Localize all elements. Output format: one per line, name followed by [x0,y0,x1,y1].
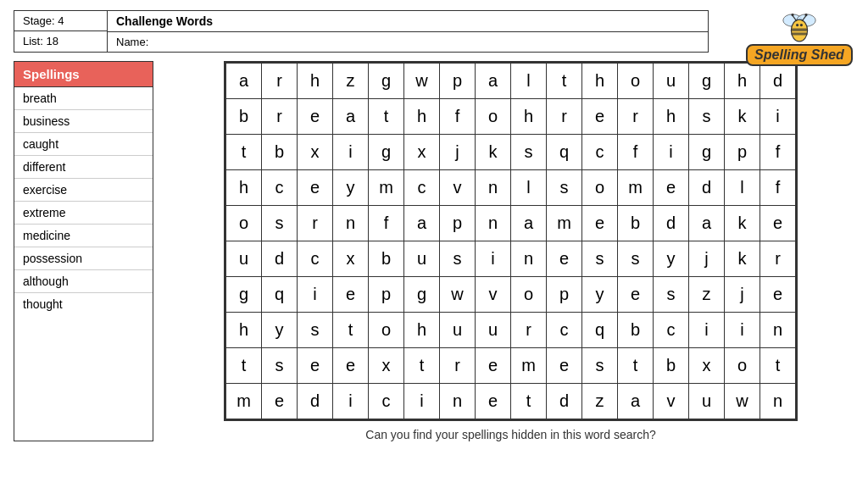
grid-cell: d [760,64,796,99]
grid-cell: v [440,170,476,206]
grid-cell: r [440,348,476,384]
grid-cell: m [511,348,547,384]
grid-cell: c [582,135,618,170]
grid-cell: p [725,135,760,170]
grid-cell: i [689,313,725,348]
grid-cell: t [369,99,404,135]
header-box: Stage: 4 List: 18 Challenge Words Name: [14,10,709,53]
grid-cell: i [298,277,333,313]
grid-cell: p [547,277,582,313]
grid-cell: q [262,277,298,313]
grid-cell: a [226,64,262,99]
spellings-panel: Spellings breath business caught differe… [14,61,153,441]
grid-cell: s [654,277,689,313]
grid-cell: l [511,64,547,99]
grid-cell: r [262,99,298,135]
grid-cell: c [262,170,298,206]
grid-cell: x [369,348,404,384]
grid-cell: s [689,99,725,135]
grid-row: arhzgwpalthoughd [226,64,796,99]
grid-cell: s [582,348,618,384]
grid-cell: i [654,135,689,170]
grid-cell: s [298,313,333,348]
grid-cell: i [760,99,796,135]
spelling-item: thought [14,293,153,315]
grid-cell: c [298,241,333,277]
grid-cell: j [725,277,760,313]
grid-cell: h [226,313,262,348]
grid-row: hceymcvnlsomedlf [226,170,796,206]
grid-cell: c [404,170,440,206]
header-right: Challenge Words Name: [108,11,708,52]
grid-cell: w [440,277,476,313]
grid-cell: n [760,313,796,348]
grid-cell: v [476,277,511,313]
grid-cell: b [618,313,654,348]
grid-cell: n [476,206,511,241]
grid-cell: d [547,384,582,419]
grid-cell: i [404,384,440,419]
grid-cell: e [582,99,618,135]
name-label: Name: [108,32,708,52]
grid-cell: k [725,99,760,135]
grid-cell: e [262,384,298,419]
grid-cell: c [369,384,404,419]
grid-row: gqiepgwvopyeszje [226,277,796,313]
grid-cell: t [760,348,796,384]
grid-cell: j [440,135,476,170]
grid-cell: u [476,313,511,348]
grid-cell: o [725,348,760,384]
grid-cell: e [298,348,333,384]
grid-cell: h [404,99,440,135]
grid-cell: k [725,241,760,277]
grid-row: osrnfapnamebdake [226,206,796,241]
grid-cell: u [404,241,440,277]
grid-cell: s [618,241,654,277]
wordsearch-area: arhzgwpalthoughdbreathfohrerhskitbxigxjk… [167,61,854,441]
svg-point-6 [800,24,803,26]
grid-cell: t [511,384,547,419]
logo-area: Spelling Shed [744,8,854,68]
spelling-item: exercise [14,179,153,202]
grid-cell: h [725,64,760,99]
list-label: List: 18 [14,31,107,51]
grid-cell: h [226,170,262,206]
grid-cell: h [511,99,547,135]
grid-cell: h [298,64,333,99]
grid-cell: d [262,241,298,277]
word-search-grid: arhzgwpalthoughdbreathfohrerhskitbxigxjk… [225,63,796,419]
grid-cell: y [262,313,298,348]
grid-cell: l [511,170,547,206]
grid-row: breathfohrerhski [226,99,796,135]
grid-cell: t [547,64,582,99]
grid-row: tseextremestbxot [226,348,796,384]
grid-cell: n [333,206,369,241]
grid-cell: f [440,99,476,135]
spelling-item: possession [14,247,153,270]
grid-cell: c [654,313,689,348]
grid-row: medicinetdzavuwn [226,384,796,419]
grid-cell: z [582,384,618,419]
spellings-header: Spellings [14,62,153,87]
grid-cell: r [547,99,582,135]
grid-cell: l [725,170,760,206]
grid-cell: o [618,64,654,99]
grid-cell: h [404,313,440,348]
grid-cell: p [369,277,404,313]
grid-cell: b [262,135,298,170]
grid-cell: d [298,384,333,419]
grid-cell: c [547,313,582,348]
grid-cell: y [654,241,689,277]
grid-cell: e [760,206,796,241]
spelling-item: medicine [14,225,153,247]
grid-row: udcxbusinessyjkr [226,241,796,277]
grid-cell: z [689,277,725,313]
grid-cell: n [511,241,547,277]
grid-cell: z [333,64,369,99]
grid-cell: r [298,206,333,241]
grid-cell: b [618,206,654,241]
grid-cell: g [404,277,440,313]
grid-cell: m [618,170,654,206]
grid-cell: e [654,170,689,206]
grid-cell: n [440,384,476,419]
